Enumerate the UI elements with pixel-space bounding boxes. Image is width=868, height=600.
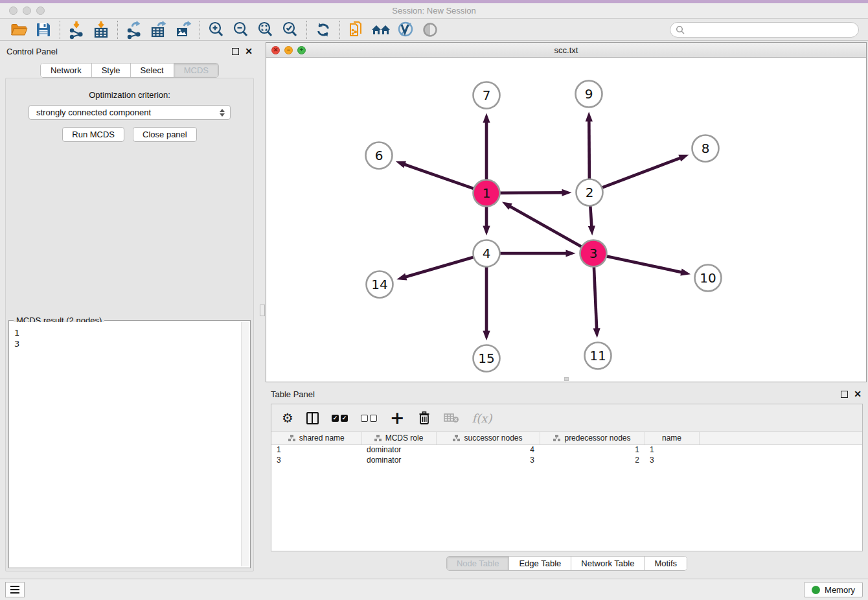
network-graph[interactable]: 1234678910111415 <box>266 58 866 382</box>
trash-icon <box>418 411 431 425</box>
export-network-button[interactable] <box>122 19 146 40</box>
delete-column-button[interactable] <box>418 411 431 425</box>
zoom-in-icon <box>207 20 226 40</box>
duplicate-network-button[interactable] <box>344 19 369 40</box>
svg-text:7: 7 <box>483 87 491 103</box>
control-panel-title: Control Panel <box>6 47 58 56</box>
vertical-splitter[interactable] <box>259 42 266 575</box>
create-column-button[interactable]: + <box>390 411 405 424</box>
network-canvas[interactable]: 1234678910111415 <box>266 58 866 382</box>
table-header-row: shared name MCDS role successor nodes pr… <box>271 432 862 444</box>
tab-style[interactable]: Style <box>92 63 131 77</box>
splitter-grip[interactable] <box>260 305 265 316</box>
tab-mcds[interactable]: MCDS <box>174 63 218 77</box>
cell-mcds-role[interactable]: dominator <box>361 455 436 465</box>
float-table-panel-icon[interactable] <box>841 391 848 398</box>
column-header-empty <box>699 432 862 444</box>
table-panel: Table Panel ✕ ⚙ ✓ ✓ + <box>266 386 868 578</box>
zoom-out-button[interactable] <box>229 19 253 40</box>
zoom-fit-button[interactable] <box>253 19 278 40</box>
export-image-button[interactable] <box>171 19 196 40</box>
cell-predecessor-nodes[interactable]: 1 <box>540 444 645 455</box>
import-network-button[interactable] <box>64 19 89 40</box>
toolbar-separator <box>60 21 60 39</box>
list-icon <box>10 589 19 591</box>
tab-network[interactable]: Network <box>41 63 92 77</box>
cell-name[interactable]: 3 <box>645 455 699 465</box>
network-browser-button[interactable] <box>369 19 393 40</box>
zoom-in-button[interactable] <box>204 19 229 40</box>
save-icon <box>35 21 52 38</box>
network-resize-grip[interactable] <box>564 377 569 381</box>
zoom-fit-icon <box>256 20 275 40</box>
cell-successor-nodes[interactable]: 4 <box>436 444 540 455</box>
optimization-criterion-label: Optimization criterion: <box>6 90 253 100</box>
save-session-button[interactable] <box>31 19 56 40</box>
import-table-button[interactable] <box>89 19 113 40</box>
svg-text:3: 3 <box>589 246 598 261</box>
search-field[interactable] <box>670 22 859 38</box>
memory-button[interactable]: Memory <box>804 582 863 597</box>
node-table: shared name MCDS role successor nodes pr… <box>271 432 862 465</box>
apply-layout-button[interactable] <box>311 19 336 40</box>
table-toolbar: ⚙ ✓ ✓ + <box>271 404 862 432</box>
network-window-titlebar[interactable]: ✕ − + scc.txt <box>266 43 866 58</box>
cell-successor-nodes[interactable]: 3 <box>436 455 540 465</box>
svg-text:4: 4 <box>483 246 491 261</box>
tab-network-table[interactable]: Network Table <box>571 557 645 570</box>
table-row[interactable]: 3 dominator 3 2 3 <box>271 455 862 465</box>
column-tree-icon <box>288 435 295 441</box>
session-title: Session: New Session <box>0 6 868 16</box>
select-all-columns-button[interactable]: ✓ ✓ <box>332 415 348 422</box>
import-table-icon <box>91 20 111 40</box>
criterion-dropdown[interactable]: strongly connected component <box>29 105 231 120</box>
svg-text:6: 6 <box>375 148 383 163</box>
close-panel-icon[interactable]: ✕ <box>245 47 253 56</box>
zoom-selected-button[interactable] <box>278 19 303 40</box>
svg-text:11: 11 <box>589 348 606 363</box>
column-header-predecessor-nodes[interactable]: predecessor nodes <box>540 432 645 444</box>
cell-shared-name[interactable]: 3 <box>271 455 361 465</box>
column-header-name[interactable]: name <box>645 432 699 444</box>
export-table-button[interactable] <box>146 19 171 40</box>
close-panel-button[interactable]: Close panel <box>133 127 197 142</box>
mcds-result-group: MCDS result (2 nodes) 1 3 <box>8 320 251 568</box>
column-tree-icon <box>453 435 460 441</box>
close-table-panel-icon[interactable]: ✕ <box>854 389 862 398</box>
cell-predecessor-nodes[interactable]: 2 <box>540 455 645 465</box>
level-of-detail-button[interactable] <box>418 19 442 40</box>
tab-motifs[interactable]: Motifs <box>645 557 687 570</box>
show-columns-button[interactable] <box>306 412 319 424</box>
tab-node-table[interactable]: Node Table <box>447 557 510 570</box>
column-header-shared-name[interactable]: shared name <box>271 432 361 444</box>
float-panel-icon[interactable] <box>232 48 239 55</box>
mcds-result-line: 3 <box>14 338 237 349</box>
refresh-icon <box>314 21 332 39</box>
cell-shared-name[interactable]: 1 <box>271 444 361 455</box>
criterion-value: strongly connected component <box>36 108 151 117</box>
table-row[interactable]: 1 dominator 4 1 1 <box>271 444 862 455</box>
vizmapper-button[interactable] <box>393 19 418 40</box>
result-scrollbar[interactable] <box>241 322 249 566</box>
table-settings-button[interactable]: ⚙ <box>282 410 293 426</box>
column-header-successor-nodes[interactable]: successor nodes <box>436 432 540 444</box>
toolbar-separator <box>339 21 340 39</box>
column-header-mcds-role[interactable]: MCDS role <box>361 432 436 444</box>
checked-box-icon: ✓ <box>341 415 348 422</box>
search-input[interactable] <box>687 23 858 36</box>
tab-select[interactable]: Select <box>131 63 174 77</box>
run-mcds-button[interactable]: Run MCDS <box>62 127 124 142</box>
column-tree-icon <box>374 435 382 441</box>
mcds-result-list: 1 3 <box>10 322 241 566</box>
tab-edge-table[interactable]: Edge Table <box>509 557 571 570</box>
open-session-button[interactable] <box>6 19 31 40</box>
status-bar: Memory <box>0 579 868 600</box>
unselect-all-columns-button[interactable] <box>361 415 377 422</box>
cell-name[interactable]: 1 <box>645 444 699 455</box>
zoom-selected-icon <box>280 20 300 40</box>
delete-table-button-disabled <box>444 412 459 424</box>
table-container: ⚙ ✓ ✓ + <box>271 404 863 551</box>
task-history-button[interactable] <box>5 582 25 597</box>
cell-mcds-role[interactable]: dominator <box>361 444 436 455</box>
delete-table-icon <box>444 412 459 424</box>
